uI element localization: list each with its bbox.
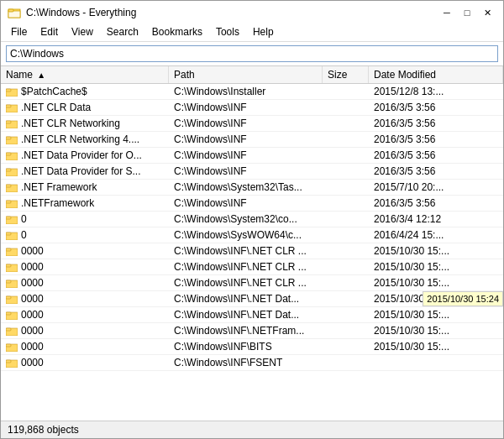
table-row[interactable]: .NETFrameworkC:\Windows\INF2016/3/5 3:56 [1, 196, 503, 212]
col-date[interactable]: Date Modified [369, 66, 503, 83]
col-size[interactable]: Size [323, 66, 369, 83]
menu-bar: FileEditViewSearchBookmarksToolsHelp [1, 23, 503, 42]
cell-path: C:\Windows\INF\FSENT [169, 355, 323, 370]
name-text: .NET Data Provider for O... [21, 149, 142, 161]
name-text: .NET Data Provider for S... [21, 165, 141, 177]
svg-rect-24 [6, 248, 11, 251]
cell-path: C:\Windows\INF [169, 164, 323, 179]
svg-rect-2 [8, 9, 13, 12]
menu-item-file[interactable]: File [4, 24, 34, 39]
cell-name: 0000 [1, 243, 169, 259]
cell-size [323, 116, 369, 131]
table-row[interactable]: .NET FrameworkC:\Windows\System32\Tas...… [1, 180, 503, 196]
name-text: .NET CLR Networking [21, 118, 120, 129]
cell-path: C:\Windows\INF\.NET Dat... [169, 307, 323, 322]
table-row[interactable]: .NET CLR NetworkingC:\Windows\INF2016/3/… [1, 116, 503, 132]
cell-path: C:\Windows\INF [169, 100, 323, 115]
menu-item-bookmarks[interactable]: Bookmarks [145, 24, 209, 39]
cell-date: 2016/3/5 3:56 [369, 148, 503, 163]
folder-icon [6, 166, 18, 176]
menu-item-tools[interactable]: Tools [209, 24, 246, 39]
cell-size [323, 212, 369, 227]
table-row[interactable]: 0000C:\Windows\INF\FSENT [1, 355, 503, 371]
cell-path: C:\Windows\System32\Tas... [169, 180, 323, 195]
cell-date: 2016/3/5 3:56 [369, 132, 503, 147]
col-name[interactable]: Name ▲ [1, 66, 169, 83]
col-path[interactable]: Path [169, 66, 323, 83]
table-row[interactable]: .NET CLR DataC:\Windows\INF2016/3/5 3:56 [1, 100, 503, 116]
table-row[interactable]: 0000C:\Windows\INF\.NET CLR ...2015/10/3… [1, 259, 503, 275]
menu-item-search[interactable]: Search [100, 24, 145, 39]
svg-rect-38 [6, 360, 11, 363]
table-row[interactable]: .NET Data Provider for O...C:\Windows\IN… [1, 148, 503, 164]
table-row[interactable]: .NET CLR Networking 4....C:\Windows\INF2… [1, 132, 503, 148]
cell-path: C:\Windows\INF\.NET CLR ... [169, 275, 323, 290]
folder-icon [6, 102, 18, 112]
svg-rect-30 [6, 296, 11, 299]
menu-item-view[interactable]: View [65, 24, 100, 39]
cell-date [369, 355, 503, 370]
cell-name: 0000 [1, 339, 169, 354]
table-row[interactable]: 0000C:\Windows\INF\.NET CLR ...2015/10/3… [1, 243, 503, 259]
cell-size [323, 291, 369, 306]
folder-icon [6, 294, 18, 304]
name-text: 0 [21, 229, 27, 241]
table-body: $PatchCache$C:\Windows\Installer2015/12/… [1, 84, 503, 371]
cell-name: 0000 [1, 275, 169, 290]
svg-rect-20 [6, 217, 11, 219]
table-row[interactable]: 0000C:\Windows\INF\.NETFram...2015/10/30… [1, 323, 503, 339]
menu-item-edit[interactable]: Edit [34, 24, 65, 39]
cell-date: 2016/3/5 3:56 [369, 100, 503, 115]
content-area[interactable]: Name ▲ Path Size Date Modified $PatchCac… [1, 66, 503, 421]
cell-name: .NET CLR Networking [1, 116, 169, 131]
results-area: Name ▲ Path Size Date Modified $PatchCac… [1, 66, 503, 421]
svg-rect-10 [6, 137, 11, 139]
table-row[interactable]: 0C:\Windows\System32\co...2016/3/4 12:12 [1, 212, 503, 227]
search-bar [1, 42, 503, 66]
cell-size [323, 259, 369, 274]
maximize-button[interactable]: □ [458, 6, 476, 19]
cell-size [323, 196, 369, 211]
svg-rect-12 [6, 153, 11, 155]
object-count: 119,868 objects [8, 424, 79, 436]
name-text: 0000 [21, 293, 44, 305]
cell-date: 2015/10/30 15:... [369, 323, 503, 338]
cell-path: C:\Windows\INF [169, 116, 323, 131]
cell-date: 2016/3/5 3:56 [369, 196, 503, 211]
menu-item-help[interactable]: Help [246, 24, 281, 39]
cell-path: C:\Windows\INF\BITS [169, 339, 323, 354]
folder-icon [6, 150, 18, 160]
svg-rect-8 [6, 121, 11, 123]
cell-name: .NET Framework [1, 180, 169, 195]
table-row[interactable]: .NET Data Provider for S...C:\Windows\IN… [1, 164, 503, 180]
cell-path: C:\Windows\INF\.NET CLR ... [169, 243, 323, 259]
title-controls: ─ □ ✕ [438, 6, 496, 19]
svg-rect-4 [6, 89, 11, 91]
table-row[interactable]: 0000C:\Windows\INF\BITS2015/10/30 15:... [1, 339, 503, 355]
table-row[interactable]: 0000C:\Windows\INF\.NET Dat...2015/10/30… [1, 307, 503, 323]
status-bar: 119,868 objects [1, 421, 503, 438]
main-window: C:\Windows - Everything ─ □ ✕ FileEditVi… [0, 0, 504, 439]
table-row[interactable]: 0000C:\Windows\INF\.NET Dat...2015/10/30… [1, 291, 503, 307]
cell-path: C:\Windows\INF\.NETFram... [169, 323, 323, 338]
close-button[interactable]: ✕ [478, 6, 496, 19]
table-row[interactable]: $PatchCache$C:\Windows\Installer2015/12/… [1, 84, 503, 100]
cell-date: 2015/12/8 13:... [369, 84, 503, 99]
folder-icon [6, 278, 18, 288]
table-header: Name ▲ Path Size Date Modified [1, 66, 503, 84]
minimize-button[interactable]: ─ [438, 6, 456, 19]
cell-name: .NET CLR Networking 4.... [1, 132, 169, 147]
name-text: 0 [21, 213, 27, 225]
name-text: .NET CLR Data [21, 102, 91, 113]
cell-date: 2016/3/5 3:56 [369, 116, 503, 131]
name-text: 0000 [21, 325, 44, 337]
table-row[interactable]: 0C:\Windows\SysWOW64\c...2016/4/24 15:..… [1, 227, 503, 243]
folder-icon [6, 230, 18, 240]
table-row[interactable]: 0000C:\Windows\INF\.NET CLR ...2015/10/3… [1, 275, 503, 291]
svg-rect-18 [6, 201, 11, 203]
search-input[interactable] [6, 45, 498, 62]
svg-rect-16 [6, 185, 11, 187]
cell-size [323, 339, 369, 354]
name-text: 0000 [21, 309, 44, 321]
cell-date: 2016/3/4 12:12 [369, 212, 503, 227]
